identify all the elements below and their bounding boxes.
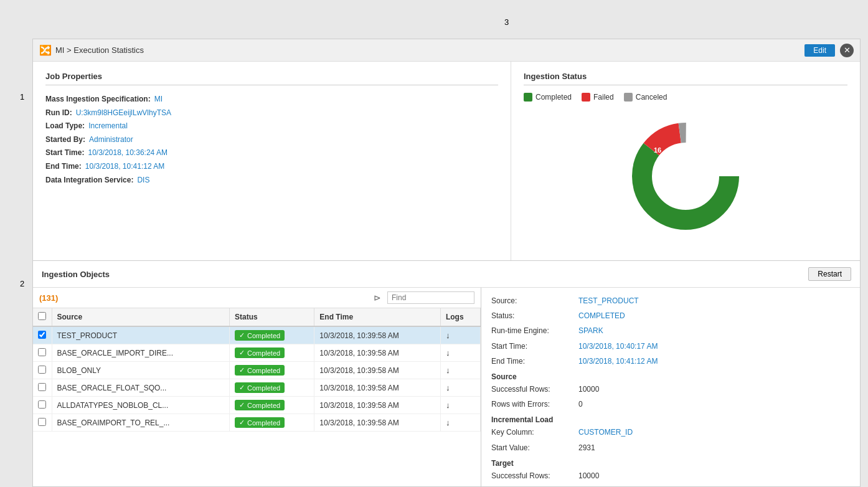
detail-target-rows-value: 10000 — [578, 470, 599, 482]
row-source: ALLDATATYPES_NOBLOB_CL... — [52, 397, 229, 414]
prop-row-mis: Mass Ingestion Specification: MI — [45, 93, 498, 106]
row-checkbox[interactable] — [38, 418, 46, 426]
row-checkbox-cell — [33, 362, 52, 379]
ingestion-objects-title: Ingestion Objects — [42, 270, 110, 279]
prop-row-endtime: End Time: 10/3/2018, 10:41:12 AM — [45, 160, 498, 174]
detail-target-rows-row: Successful Rows: 10000 — [491, 470, 850, 482]
row-logs[interactable]: ↓ — [440, 414, 480, 432]
close-button[interactable]: ✕ — [840, 44, 854, 57]
legend-dot-failed — [582, 93, 590, 102]
table-scroll: Source Status End Time Logs TEST_PRODU — [33, 308, 481, 486]
bottom-content: (131) ⊳ Source Status End Time — [33, 288, 860, 486]
status-badge: ✓ Completed — [235, 400, 285, 410]
detail-runtime-value: SPARK — [578, 325, 603, 337]
row-checkbox-cell — [33, 344, 52, 362]
status-check-icon: ✓ — [239, 349, 245, 357]
detail-target-rows-label: Successful Rows: — [491, 470, 578, 482]
row-endtime: 10/3/2018, 10:39:58 AM — [314, 414, 441, 432]
table-row[interactable]: TEST_PRODUCT ✓ Completed 10/3/2018, 10:3… — [33, 326, 481, 344]
row-endtime: 10/3/2018, 10:39:58 AM — [314, 362, 441, 379]
row-status: ✓ Completed — [229, 344, 314, 362]
prop-value-endtime: 10/3/2018, 10:41:12 AM — [85, 160, 164, 174]
row-logs[interactable]: ↓ — [440, 397, 480, 414]
job-properties-table: Mass Ingestion Specification: MI Run ID:… — [45, 93, 498, 187]
table-toolbar: (131) ⊳ — [33, 288, 481, 308]
row-logs[interactable]: ↓ — [440, 379, 480, 397]
top-section: Job Properties Mass Ingestion Specificat… — [33, 62, 860, 261]
prop-value-dis: DIS — [137, 174, 149, 187]
table-row[interactable]: ALLDATATYPES_NOBLOB_CL... ✓ Completed 10… — [33, 397, 481, 414]
row-status: ✓ Completed — [229, 326, 314, 344]
detail-start-row: Start Time: 10/3/2018, 10:40:17 AM — [491, 341, 850, 352]
table-row[interactable]: BASE_ORACLE_FLOAT_SQO... ✓ Completed 10/… — [33, 379, 481, 397]
download-icon[interactable]: ↓ — [446, 418, 450, 427]
status-badge: ✓ Completed — [235, 330, 285, 341]
breadcrumb: MI > Execution Statistics — [55, 45, 144, 55]
download-icon[interactable]: ↓ — [446, 348, 450, 357]
donut-chart: 112 16 3 — [524, 108, 847, 245]
col-source: Source — [52, 308, 229, 326]
row-checkbox[interactable] — [38, 383, 46, 391]
detail-keycol-value: CUSTOMER_ID — [578, 427, 633, 438]
row-status: ✓ Completed — [229, 362, 314, 379]
status-badge: ✓ Completed — [235, 417, 285, 428]
row-checkbox-cell — [33, 379, 52, 397]
detail-err-rows-value: 0 — [578, 399, 583, 410]
status-check-icon: ✓ — [239, 401, 245, 409]
detail-end-row: End Time: 10/3/2018, 10:41:12 AM — [491, 356, 850, 367]
prop-row-loadtype: Load Type: Incremental — [45, 120, 498, 133]
detail-end-value: 10/3/2018, 10:41:12 AM — [578, 356, 658, 367]
row-checkbox[interactable] — [38, 348, 46, 356]
row-logs[interactable]: ↓ — [440, 326, 480, 344]
row-endtime: 10/3/2018, 10:39:58 AM — [314, 379, 441, 397]
annotation-2: 2 — [20, 279, 24, 288]
detail-status-row: Status: COMPLETED — [491, 310, 850, 322]
detail-source-value: TEST_PRODUCT — [578, 295, 639, 307]
table-row[interactable]: BASE_ORACLE_IMPORT_DIRE... ✓ Completed 1… — [33, 344, 481, 362]
download-icon[interactable]: ↓ — [446, 383, 450, 392]
restart-button[interactable]: Restart — [808, 267, 851, 281]
header-bar: 🔀 MI > Execution Statistics Edit ✕ — [33, 39, 860, 62]
row-logs[interactable]: ↓ — [440, 344, 480, 362]
detail-startval-value: 2931 — [578, 442, 595, 454]
row-checkbox-cell — [33, 414, 52, 432]
row-checkbox[interactable] — [38, 400, 46, 409]
status-check-icon: ✓ — [239, 366, 245, 374]
table-row[interactable]: BASE_ORAIMPORT_TO_REL_... ✓ Completed 10… — [33, 414, 481, 432]
table-row[interactable]: BLOB_ONLY ✓ Completed 10/3/2018, 10:39:5… — [33, 362, 481, 379]
row-checkbox[interactable] — [38, 366, 46, 374]
col-endtime: End Time — [314, 308, 441, 326]
detail-source-label: Source: — [491, 295, 578, 307]
row-checkbox-cell — [33, 326, 52, 344]
prop-label-startedby: Started By: — [45, 133, 85, 147]
prop-value-startedby: Administrator — [89, 133, 133, 147]
detail-start-value: 10/3/2018, 10:40:17 AM — [578, 341, 658, 352]
detail-source-section: Source — [491, 372, 850, 381]
annotation-3: 3 — [504, 17, 509, 27]
prop-value-mis: MI — [154, 93, 163, 106]
filter-icon[interactable]: ⊳ — [374, 293, 381, 303]
ingestion-objects-header: Ingestion Objects Restart — [33, 261, 860, 288]
detail-status-value: COMPLETED — [578, 310, 625, 322]
ingestion-status-panel: Ingestion Status Completed Failed Cancel… — [511, 62, 860, 260]
bottom-section: Ingestion Objects Restart (131) ⊳ — [33, 261, 860, 486]
detail-err-rows-label: Rows with Errors: — [491, 399, 578, 410]
prop-label-endtime: End Time: — [45, 160, 82, 174]
status-check-icon: ✓ — [239, 384, 245, 392]
legend-dot-completed — [524, 93, 532, 102]
detail-incremental-section: Incremental Load — [491, 415, 850, 424]
legend-label-failed: Failed — [593, 93, 614, 102]
row-checkbox[interactable] — [38, 331, 46, 339]
prop-label-starttime: Start Time: — [45, 146, 84, 160]
chart-legend: Completed Failed Canceled — [524, 93, 847, 102]
download-icon[interactable]: ↓ — [446, 331, 450, 340]
search-input[interactable] — [387, 291, 474, 304]
detail-suc-rows-value: 10000 — [578, 384, 599, 395]
table-header-row: Source Status End Time Logs — [33, 308, 481, 326]
download-icon[interactable]: ↓ — [446, 366, 450, 375]
select-all-checkbox[interactable] — [38, 312, 46, 320]
detail-target-err-row: Rows with Errors: 0 — [491, 485, 850, 486]
row-logs[interactable]: ↓ — [440, 362, 480, 379]
edit-button[interactable]: Edit — [804, 44, 835, 57]
download-icon[interactable]: ↓ — [446, 400, 450, 410]
